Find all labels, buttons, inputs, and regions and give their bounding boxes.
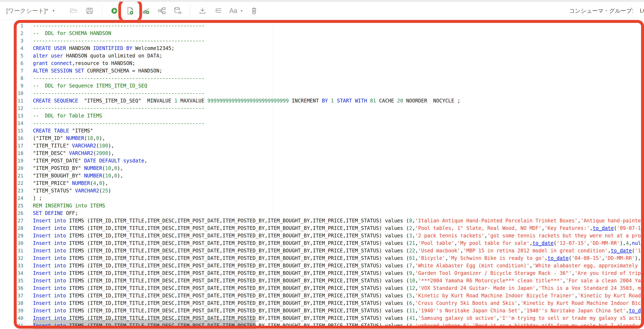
code-line-text: ----------------------------------------… bbox=[33, 90, 204, 97]
line-number: 11 bbox=[0, 97, 23, 104]
code-line-text: "ITEM_POST_DATE" DATE DEFAULT sysdate, bbox=[33, 157, 147, 164]
code-line-text: Insert into ITEMS (ITEM_ID,ITEM_TITLE,IT… bbox=[33, 224, 641, 232]
code-line[interactable]: 1---------------------------------------… bbox=[0, 22, 641, 30]
format-button[interactable] bbox=[214, 6, 223, 16]
code-line-text: ) ; bbox=[33, 194, 42, 202]
run-statement-button[interactable] bbox=[110, 6, 119, 16]
line-number: 34 bbox=[0, 270, 23, 277]
chevron-down-icon: ▼ bbox=[240, 9, 243, 12]
line-number: 35 bbox=[0, 277, 23, 284]
code-line[interactable]: 29Insert into ITEMS (ITEM_ID,ITEM_TITLE,… bbox=[0, 232, 641, 240]
save-icon bbox=[85, 6, 94, 16]
code-line[interactable]: 39Insert into ITEMS (ITEM_ID,ITEM_TITLE,… bbox=[0, 307, 641, 314]
code-line[interactable]: 26SET DEFINE OFF; bbox=[0, 210, 641, 217]
code-line[interactable]: 28Insert into ITEMS (ITEM_ID,ITEM_TITLE,… bbox=[0, 224, 641, 232]
line-number: 21 bbox=[0, 172, 23, 180]
code-line[interactable]: 16("ITEM_ID" NUMBER(10,0), bbox=[0, 134, 641, 142]
code-line[interactable]: 17"ITEM_TITLE" VARCHAR2(100), bbox=[0, 142, 641, 150]
code-line[interactable]: 14--------------------------------------… bbox=[0, 120, 641, 127]
code-line[interactable]: 7ALTER SESSION SET CURRENT_SCHEMA = HAND… bbox=[0, 67, 641, 74]
code-lines[interactable]: 1---------------------------------------… bbox=[0, 22, 641, 329]
code-line-text: CREATE SEQUENCE "ITEMS_ITEM_ID_SEQ" MINV… bbox=[33, 97, 460, 104]
code-line[interactable]: 15CREATE TABLE "ITEMS" bbox=[0, 127, 641, 134]
code-line-text: Insert into ITEMS (ITEM_ID,ITEM_TITLE,IT… bbox=[33, 262, 641, 270]
clear-button[interactable] bbox=[249, 6, 259, 16]
code-line[interactable]: 6grant connect,resource to HANDSON; bbox=[0, 60, 641, 67]
code-line[interactable]: 11CREATE SEQUENCE "ITEMS_ITEM_ID_SEQ" MI… bbox=[0, 97, 641, 104]
code-line-text: ("ITEM_ID" NUMBER(10,0), bbox=[33, 134, 105, 142]
code-line[interactable]: 2-- DDL for SCHEMA HANDSON bbox=[0, 30, 641, 37]
text-size-button[interactable]: Aa ▼ bbox=[229, 6, 243, 16]
save-button[interactable] bbox=[85, 6, 94, 16]
code-line[interactable]: 33Insert into ITEMS (ITEM_ID,ITEM_TITLE,… bbox=[0, 262, 641, 270]
code-line[interactable]: 32Insert into ITEMS (ITEM_ID,ITEM_TITLE,… bbox=[0, 254, 641, 262]
text-size-label: Aa bbox=[229, 7, 237, 14]
code-line[interactable]: 30Insert into ITEMS (ITEM_ID,ITEM_TITLE,… bbox=[0, 240, 641, 247]
code-line[interactable]: 19"ITEM_POST_DATE" DATE DEFAULT sysdate, bbox=[0, 157, 641, 164]
code-line-text: "ITEM_TITLE" VARCHAR2(100), bbox=[33, 142, 114, 150]
worksheet-selector[interactable]: [ワークシート]* ▼ bbox=[6, 7, 55, 15]
code-line-text: Insert into ITEMS (ITEM_ID,ITEM_TITLE,IT… bbox=[33, 232, 641, 240]
line-number: 15 bbox=[0, 127, 23, 134]
code-line[interactable]: 24) ; bbox=[0, 194, 641, 202]
code-line[interactable]: 22"ITEM_PRICE" NUMBER(4,0), bbox=[0, 180, 641, 187]
line-number: 6 bbox=[0, 60, 23, 67]
code-line-text: Insert into ITEMS (ITEM_ID,ITEM_TITLE,IT… bbox=[33, 284, 641, 292]
code-line-text: grant connect,resource to HANDSON; bbox=[33, 60, 135, 67]
line-number: 38 bbox=[0, 300, 23, 307]
line-number: 10 bbox=[0, 90, 23, 97]
open-worksheet-button[interactable] bbox=[69, 6, 78, 16]
code-line[interactable]: 13-- DDL for Table ITEMS bbox=[0, 112, 641, 120]
line-number: 41 bbox=[0, 322, 23, 329]
code-line[interactable]: 27Insert into ITEMS (ITEM_ID,ITEM_TITLE,… bbox=[0, 217, 641, 224]
code-line[interactable]: 38Insert into ITEMS (ITEM_ID,ITEM_TITLE,… bbox=[0, 300, 641, 307]
explain-plan-button[interactable] bbox=[157, 6, 166, 16]
code-line-text: -- DDL for SCHEMA HANDSON bbox=[33, 30, 111, 37]
code-line[interactable]: 10--------------------------------------… bbox=[0, 90, 641, 97]
code-line[interactable]: 8---------------------------------------… bbox=[0, 74, 641, 82]
line-number: 5 bbox=[0, 52, 23, 60]
worksheet-toolbar: [ワークシート]* ▼ bbox=[0, 2, 644, 20]
code-line[interactable]: 41Insert into ITEMS (ITEM_ID,ITEM_TITLE,… bbox=[0, 322, 641, 329]
code-line[interactable]: 23"ITEM_STATUS" VARCHAR2(25) bbox=[0, 187, 641, 194]
code-line[interactable]: 40Insert into ITEMS (ITEM_ID,ITEM_TITLE,… bbox=[0, 314, 641, 322]
line-number: 19 bbox=[0, 157, 23, 164]
autotrace-button[interactable] bbox=[141, 6, 151, 16]
code-line[interactable]: 31Insert into ITEMS (ITEM_ID,ITEM_TITLE,… bbox=[0, 247, 641, 254]
code-line[interactable]: 9-- DDL for Sequence ITEMS_ITEM_ID_SEQ bbox=[0, 82, 641, 90]
code-line[interactable]: 4CREATE USER HANDSON IDENTIFIED BY Welco… bbox=[0, 44, 641, 52]
line-number: 3 bbox=[0, 37, 23, 44]
code-line[interactable]: 18"ITEM_DESC" VARCHAR2(2000), bbox=[0, 150, 641, 157]
line-number: 16 bbox=[0, 134, 23, 142]
code-line-text: CREATE TABLE "ITEMS" bbox=[33, 127, 93, 134]
run-script-button[interactable] bbox=[126, 6, 135, 16]
code-line-text: ALTER SESSION SET CURRENT_SCHEMA = HANDS… bbox=[33, 67, 162, 74]
code-line-text: Insert into ITEMS (ITEM_ID,ITEM_TITLE,IT… bbox=[33, 322, 641, 329]
code-line[interactable]: 35Insert into ITEMS (ITEM_ID,ITEM_TITLE,… bbox=[0, 277, 641, 284]
line-number: 1 bbox=[0, 22, 23, 30]
code-line[interactable]: 21"ITEM_BOUGHT_BY" NUMBER(10,0), bbox=[0, 172, 641, 180]
line-number: 17 bbox=[0, 142, 23, 150]
code-line-text: Insert into ITEMS (ITEM_ID,ITEM_TITLE,IT… bbox=[33, 300, 641, 307]
toolbar-icons: Aa ▼ bbox=[69, 6, 259, 16]
code-line-text: ----------------------------------------… bbox=[33, 104, 204, 112]
code-line[interactable]: 12--------------------------------------… bbox=[0, 104, 641, 112]
code-line[interactable]: 36Insert into ITEMS (ITEM_ID,ITEM_TITLE,… bbox=[0, 284, 641, 292]
code-line[interactable]: 3---------------------------------------… bbox=[0, 37, 641, 44]
code-line[interactable]: 20"ITEM_POSTED_BY" NUMBER(10,0), bbox=[0, 164, 641, 172]
line-number: 37 bbox=[0, 292, 23, 300]
code-line[interactable]: 34Insert into ITEMS (ITEM_ID,ITEM_TITLE,… bbox=[0, 270, 641, 277]
sql-editor[interactable]: 1---------------------------------------… bbox=[0, 20, 644, 329]
code-line-text: Insert into ITEMS (ITEM_ID,ITEM_TITLE,IT… bbox=[33, 307, 641, 314]
code-line[interactable]: 25REM INSERTING into ITEMS bbox=[0, 202, 641, 210]
chart-play-icon bbox=[142, 6, 150, 16]
code-line[interactable]: 5alter user HANDSON quota unlimited on D… bbox=[0, 52, 641, 60]
worksheet-name: [ワークシート]* bbox=[6, 7, 48, 15]
sql-tuning-advisor-button[interactable] bbox=[173, 6, 182, 16]
toolbar-separator bbox=[102, 6, 102, 16]
code-line-text: "ITEM_STATUS" VARCHAR2(25) bbox=[33, 187, 111, 194]
download-button[interactable] bbox=[198, 6, 207, 16]
line-number: 33 bbox=[0, 262, 23, 270]
consumer-group-value[interactable]: LO bbox=[640, 8, 644, 14]
code-line[interactable]: 37Insert into ITEMS (ITEM_ID,ITEM_TITLE,… bbox=[0, 292, 641, 300]
